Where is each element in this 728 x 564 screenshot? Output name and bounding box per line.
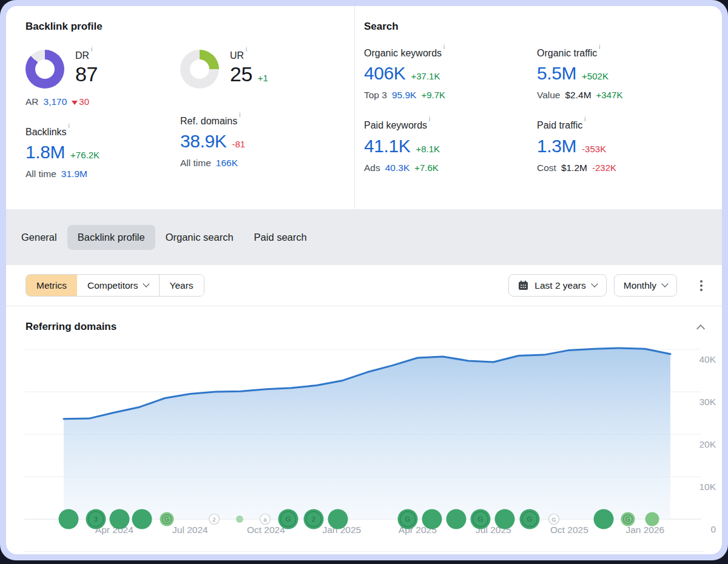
kebab-menu-icon[interactable] [698, 278, 705, 294]
svg-text:G: G [405, 515, 411, 523]
paid-traffic-stat: Paid traffici 1.3M -353K Cost $1.2M -232… [537, 119, 722, 173]
chevron-up-icon[interactable] [696, 324, 705, 333]
svg-text:0: 0 [710, 524, 716, 534]
calendar-icon [518, 280, 528, 290]
backlinks-label: Backlinksi [25, 126, 180, 138]
ref-domains-alltime-label: All time [180, 158, 211, 169]
ads-delta: +7.6K [414, 163, 439, 173]
svg-text:Oct 2024: Oct 2024 [247, 525, 285, 535]
paid-traffic-value-link[interactable]: 1.3M [537, 136, 576, 156]
svg-text:G: G [164, 516, 169, 523]
svg-text:40K: 40K [699, 354, 716, 364]
top3-delta: +9.7K [421, 90, 445, 100]
search-section: Search Organic keywordsi 406K +37.1K Top… [355, 6, 722, 209]
triangle-down-icon [72, 101, 78, 105]
section-title-backlink-profile: Backlink profile [25, 21, 354, 33]
ads-value-link[interactable]: 40.3K [385, 163, 410, 173]
page-frame: Backlink profile DRi 87 AR 3,170 30 [0, 0, 728, 560]
chevron-down-icon [591, 280, 598, 287]
info-icon: i [443, 44, 445, 50]
svg-text:2: 2 [212, 516, 215, 523]
backlinks-alltime-value-link[interactable]: 31.9M [61, 169, 87, 180]
tab-backlink-profile[interactable]: Backlink profile [67, 225, 155, 250]
paid-keywords-delta: +8.1K [416, 144, 440, 154]
panel-divider [24, 551, 704, 552]
date-range-button[interactable]: Last 2 years [508, 274, 606, 297]
section-title-search: Search [364, 21, 722, 33]
paid-keywords-value-link[interactable]: 41.1K [364, 136, 410, 156]
backlink-profile-section: Backlink profile DRi 87 AR 3,170 30 [6, 6, 355, 209]
report-tabs: General Backlink profile Organic search … [6, 209, 722, 265]
view-segmented-control: Metrics Competitors Years [25, 274, 204, 297]
svg-text:G: G [527, 515, 533, 523]
overview-card: Backlink profile DRi 87 AR 3,170 30 [6, 6, 722, 554]
chevron-down-icon [143, 280, 149, 287]
ref-domains-value-link[interactable]: 38.9K [180, 131, 226, 152]
ref-domains-alltime-value-link[interactable]: 166K [216, 158, 238, 169]
info-icon: i [599, 44, 600, 50]
ur-donut [180, 50, 219, 89]
segment-competitors[interactable]: Competitors [77, 275, 159, 296]
svg-text:G: G [551, 516, 556, 523]
traffic-value: $2.4M [565, 90, 592, 101]
ar-row: AR 3,170 30 [25, 96, 180, 107]
organic-keywords-label: Organic keywordsi [364, 47, 537, 59]
ar-value-link[interactable]: 3,170 [44, 96, 67, 107]
segment-years[interactable]: Years [159, 275, 204, 296]
ar-delta: 30 [72, 96, 89, 107]
granularity-button[interactable]: Monthly [614, 274, 677, 297]
cost-value: $1.2M [561, 163, 587, 173]
paid-keywords-label: Paid keywordsi [364, 119, 537, 131]
svg-text:Jul 2024: Jul 2024 [172, 525, 208, 535]
paid-keywords-stat: Paid keywordsi 41.1K +8.1K Ads 40.3K +7.… [364, 119, 537, 173]
ref-domains-label: Ref. domainsi [180, 115, 354, 127]
paid-traffic-delta: -353K [582, 144, 606, 154]
svg-text:a: a [263, 516, 267, 523]
svg-text:20K: 20K [699, 439, 716, 449]
paid-traffic-label: Paid traffici [537, 119, 722, 131]
backlinks-value-link[interactable]: 1.8M [25, 142, 65, 163]
info-icon: i [246, 46, 247, 53]
top3-value-link[interactable]: 95.9K [392, 90, 417, 101]
ur-value: 25 [230, 62, 252, 86]
chart-title: Referring domains [25, 321, 116, 333]
ref-domains-delta: -81 [232, 139, 245, 149]
tab-paid-search[interactable]: Paid search [244, 225, 317, 250]
organic-keywords-stat: Organic keywordsi 406K +37.1K Top 3 95.9… [364, 47, 537, 101]
svg-text:G: G [478, 515, 484, 523]
referring-domains-panel: Referring domains Apr 2024Jul 2024Oct 20… [6, 306, 722, 552]
ar-label: AR [25, 96, 39, 107]
cost-delta: -232K [592, 163, 616, 173]
tab-organic-search[interactable]: Organic search [155, 225, 244, 250]
organic-traffic-value-link[interactable]: 5.5M [537, 63, 576, 84]
referring-domains-chart[interactable]: Apr 2024Jul 2024Oct 2024Jan 2025Apr 2025… [6, 333, 722, 548]
top3-label: Top 3 [364, 90, 387, 101]
organic-traffic-stat: Organic traffici 5.5M +502K Value $2.4M … [537, 47, 722, 101]
backlinks-delta: +76.2K [70, 150, 99, 160]
organic-keywords-delta: +37.1K [411, 71, 440, 81]
ads-label: Ads [364, 163, 380, 173]
dr-value: 87 [75, 62, 98, 86]
organic-traffic-label: Organic traffici [537, 47, 722, 59]
dr-donut [25, 50, 64, 89]
chart-toolbar: Metrics Competitors Years Last 2 years M… [6, 265, 722, 306]
organic-traffic-delta: +502K [582, 71, 608, 81]
backlinks-alltime-label: All time [25, 169, 56, 180]
ur-delta: +1 [258, 73, 268, 83]
dr-label: DRi [75, 50, 98, 61]
chevron-down-icon [661, 280, 668, 287]
ur-label: URi [230, 50, 268, 61]
organic-keywords-value-link[interactable]: 406K [364, 63, 405, 84]
svg-text:G: G [625, 516, 630, 523]
svg-text:3: 3 [94, 515, 98, 523]
traffic-value-delta: +347K [596, 90, 623, 100]
info-icon: i [584, 116, 585, 123]
info-icon: i [91, 46, 92, 53]
segment-metrics[interactable]: Metrics [26, 275, 77, 296]
traffic-value-label: Value [537, 90, 561, 101]
info-icon: i [429, 116, 430, 123]
svg-text:Oct 2025: Oct 2025 [550, 525, 588, 535]
tab-general[interactable]: General [11, 225, 67, 250]
cost-label: Cost [537, 163, 556, 173]
svg-text:2: 2 [312, 515, 315, 523]
